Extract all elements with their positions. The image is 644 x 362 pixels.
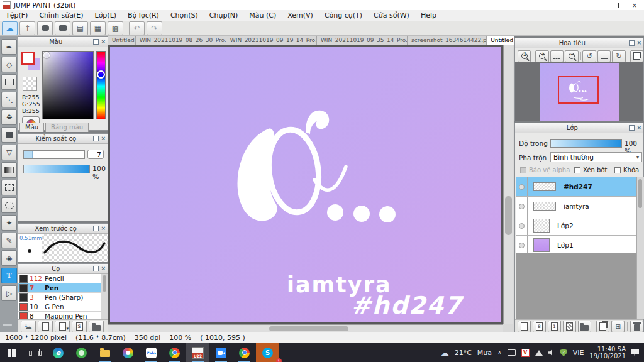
taskbar-jump-paint-active[interactable]: U22 <box>186 343 209 362</box>
lock-checkbox[interactable] <box>614 167 621 173</box>
eraser-tool[interactable]: ◇ <box>1 57 17 72</box>
cloud-sync-button[interactable]: ☁ <box>2 21 18 35</box>
tablet-icon[interactable] <box>508 349 516 356</box>
document-tab[interactable]: Untitled <box>108 36 136 45</box>
layer-visibility-cell[interactable] <box>516 216 528 235</box>
add-halftone-layer-button[interactable] <box>563 321 576 332</box>
canvas-horizontal-scrollbar[interactable] <box>108 324 503 332</box>
layer-list-scrollbar[interactable] <box>636 177 644 319</box>
taskbar-zoom-app[interactable] <box>209 343 233 362</box>
taskbar-chrome-2[interactable] <box>233 343 256 362</box>
popout-icon[interactable] <box>93 136 99 141</box>
menu-window[interactable]: Cửa sổ(W) <box>368 10 415 21</box>
menu-help[interactable]: Help <box>415 10 442 21</box>
zoom-out-button[interactable]: − <box>565 50 578 62</box>
brush-row-pen[interactable]: 7 Pen <box>18 283 101 293</box>
close-icon[interactable]: × <box>636 125 641 131</box>
action-center-icon[interactable] <box>631 349 639 356</box>
menu-edit[interactable]: Chỉnh sửa(E) <box>33 10 89 21</box>
document-tab-active[interactable]: Untitled <box>487 36 514 45</box>
blend-mode-dropdown[interactable]: Bình thường ▾ <box>550 152 642 162</box>
rectangle-tool[interactable] <box>1 74 17 90</box>
tool-strip-handle[interactable] <box>3 324 12 326</box>
taskbar-zalo[interactable]: Zalo <box>140 343 163 362</box>
scrollbar-thumb[interactable] <box>638 179 642 208</box>
hue-slider[interactable] <box>96 51 106 119</box>
navigator-thumbnail[interactable] <box>515 62 643 121</box>
canvas-vertical-scrollbar[interactable] <box>503 45 513 324</box>
close-button[interactable]: × <box>625 0 644 10</box>
brush-tool[interactable]: ✒ <box>1 39 17 55</box>
rotate-right-button[interactable]: ↻ <box>612 50 625 62</box>
form-button[interactable]: ▦ <box>90 21 106 35</box>
layer-row-hd247[interactable]: #hd247 <box>516 177 636 197</box>
tray-language[interactable]: VIE <box>573 349 584 357</box>
merge-layer-button[interactable]: ⊞ <box>611 321 625 332</box>
document-tab[interactable]: WIN_20211019_08_26_30_Pro.jpg <box>136 36 226 45</box>
taskbar-chrome[interactable] <box>163 343 186 362</box>
comment-button[interactable] <box>37 21 53 35</box>
zoom-actual-button[interactable]: 1 <box>518 50 531 62</box>
minimize-button[interactable]: – <box>587 0 606 10</box>
document-tab[interactable]: WIN_20211019_09_35_14_Pro.jpg <box>317 36 408 45</box>
move-tool[interactable]: ↔↕ <box>1 109 17 125</box>
fill-rect-tool[interactable] <box>1 127 17 143</box>
redo-button[interactable]: ↷ <box>147 21 162 35</box>
flip-view-button[interactable] <box>630 50 643 62</box>
maximize-button[interactable] <box>606 0 625 10</box>
brush-row-gpen[interactable]: 10 G Pen <box>18 302 101 312</box>
popout-icon[interactable] <box>629 125 635 131</box>
task-view-button[interactable] <box>23 343 47 362</box>
close-icon[interactable]: × <box>101 266 106 272</box>
canvas[interactable]: iamtyra #hd247 <box>110 47 501 322</box>
fit-screen-button[interactable] <box>550 50 564 62</box>
hue-cursor[interactable] <box>97 70 105 79</box>
layer-visibility-cell[interactable] <box>516 236 528 255</box>
lasso-select-tool[interactable] <box>1 197 17 213</box>
menu-color[interactable]: Màu (C) <box>243 10 282 21</box>
scrollbar-thumb[interactable] <box>269 326 348 331</box>
menu-tools[interactable]: Công cụ(T) <box>319 10 368 21</box>
defender-shield-icon[interactable]: ✓ <box>560 349 567 356</box>
add-brush-button[interactable] <box>38 321 53 332</box>
tray-clock[interactable]: 11:40 SA 19/10/2021 <box>589 346 626 359</box>
chat-button[interactable] <box>55 21 70 35</box>
text-tool[interactable]: T <box>1 268 17 283</box>
taskbar-skype[interactable]: S1 <box>256 343 279 362</box>
brush-size-slider[interactable] <box>23 150 85 159</box>
foreground-color-swatch[interactable] <box>21 52 35 65</box>
tab-color[interactable]: Màu <box>19 123 44 132</box>
fg-bg-swatches[interactable] <box>21 52 42 72</box>
delete-layer-button[interactable] <box>630 321 643 332</box>
menu-select[interactable]: Chọn(S) <box>165 10 204 21</box>
bucket-tool[interactable]: ▽ <box>1 145 17 160</box>
popout-icon[interactable] <box>629 40 635 46</box>
transparent-swatch[interactable] <box>23 77 37 91</box>
taskbar-file-explorer[interactable] <box>93 343 116 362</box>
alpha-protect-checkbox[interactable] <box>520 167 526 173</box>
add-folder-button[interactable] <box>578 321 591 332</box>
close-icon[interactable]: × <box>636 40 641 46</box>
chevron-up-icon[interactable]: ∧ <box>497 349 502 356</box>
menu-filter[interactable]: Bộ lọc(R) <box>122 10 165 21</box>
layer-visibility-cell[interactable] <box>516 197 528 216</box>
tray-temperature[interactable]: 21°C <box>455 349 472 357</box>
add-brush-menu-button[interactable]: ▾ <box>55 321 70 332</box>
brush-row-pen-sharp[interactable]: 3 Pen (Sharp) <box>18 293 101 302</box>
rotate-left-button[interactable]: ↺ <box>582 50 596 62</box>
navigator-view-rect[interactable] <box>558 76 599 104</box>
clipping-checkbox[interactable] <box>574 167 580 173</box>
layer-visibility-cell[interactable] <box>516 177 528 196</box>
menu-layer[interactable]: Lớp(L) <box>89 10 123 21</box>
popout-icon[interactable] <box>93 226 99 231</box>
v-app-tray-icon[interactable]: V <box>521 349 530 357</box>
brush-row-pencil[interactable]: 112 Pencil <box>18 274 101 283</box>
document-tab[interactable]: screenshot_1634614422.png <box>408 36 487 45</box>
layer-opacity-slider[interactable] <box>550 139 622 148</box>
magic-wand-tool[interactable]: ✦ <box>1 215 17 231</box>
taskbar-edge[interactable]: e <box>47 343 70 362</box>
tab-palette[interactable]: Bảng màu <box>45 123 89 132</box>
brush-size-value[interactable]: 7 <box>87 150 104 159</box>
duplicate-layer-button[interactable] <box>596 321 609 332</box>
select-pen-tool[interactable]: ✎ <box>1 233 17 248</box>
